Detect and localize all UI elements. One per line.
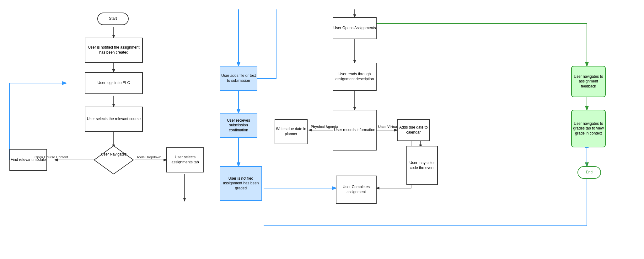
tools-dropdown-label: Tools Dropdown xyxy=(137,155,161,159)
notified-graded-node: User is notified assignment has been gra… xyxy=(220,166,262,201)
logs-in-node: User logs in to ELC xyxy=(85,72,143,94)
reads-description-node: User reads through assignment descriptio… xyxy=(333,63,377,91)
adds-due-date-node: Adds due date to calendar xyxy=(397,119,430,141)
start-node: Start xyxy=(97,13,129,25)
adds-file-node: User adds file or text to submission xyxy=(220,66,257,91)
color-code-node: User may color code the event xyxy=(406,146,438,185)
recieves-confirmation-node: User recieves submission confimation xyxy=(220,113,257,138)
selects-assignments-node: User selects assignments tab xyxy=(166,147,204,172)
user-navigates-label: User Navigates xyxy=(99,152,129,157)
end-node: End xyxy=(577,166,601,179)
user-navigates-diamond: User Navigates xyxy=(94,146,133,174)
navigates-grades-node: User navigates to grades tab to view gra… xyxy=(571,110,606,147)
records-info-node: User records information xyxy=(333,110,377,151)
physical-agenda-label: Physical Agenda xyxy=(311,125,338,129)
find-module-node: Find relevant module xyxy=(9,149,47,171)
selects-course-node: User selects the relevant course xyxy=(85,107,143,132)
completes-assignment-node: User Completes assignment xyxy=(336,176,377,204)
notified-created-node: User is notified the assignment has been… xyxy=(85,38,143,63)
writes-due-date-node: Writes due date in planner xyxy=(275,119,308,144)
navigates-feedback-node: User navigates to assignment feedback xyxy=(571,66,606,97)
open-course-content-label: Open Course Content xyxy=(35,155,68,159)
opens-assignments-node: User Opens Assignments xyxy=(333,17,377,39)
